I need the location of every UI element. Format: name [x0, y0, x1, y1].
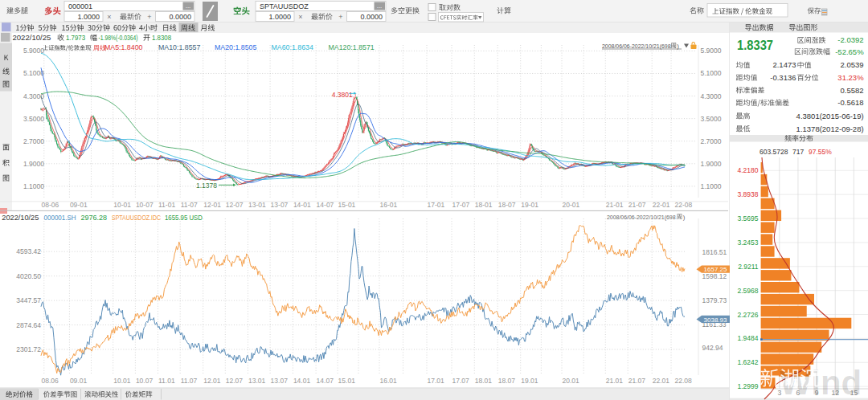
svg-text:09.01: 09.01 [70, 377, 88, 385]
svg-text:+: + [147, 13, 151, 21]
svg-text:20-01: 20-01 [563, 201, 580, 209]
svg-text:SPTAUUSDOZ: SPTAUUSDOZ [260, 2, 309, 10]
svg-text:17.01: 17.01 [428, 377, 445, 385]
svg-text:17.07: 17.07 [452, 377, 470, 385]
svg-text:13.07: 13.07 [271, 377, 289, 385]
svg-text:-0.5618: -0.5618 [837, 98, 863, 107]
svg-text:000001.SH: 000001.SH [44, 214, 76, 222]
svg-text:MA120:1.8571: MA120:1.8571 [329, 43, 375, 51]
svg-text:13-07: 13-07 [271, 201, 289, 209]
svg-text:SPTAUUSDOZ.IDC: SPTAUUSDOZ.IDC [112, 214, 161, 222]
svg-text:-1.98%(-0.0364): -1.98%(-0.0364) [99, 34, 138, 42]
svg-text:21.01: 21.01 [606, 377, 624, 385]
svg-text:11-01: 11-01 [158, 201, 175, 209]
svg-text:1657.25: 1657.25 [704, 266, 727, 273]
svg-text:942.94: 942.94 [702, 344, 723, 352]
svg-text:09-01: 09-01 [70, 201, 88, 209]
svg-text:1.8308: 1.8308 [152, 34, 171, 42]
svg-text:22-08: 22-08 [675, 201, 693, 209]
svg-text:2.1473: 2.1473 [772, 60, 796, 69]
svg-text:12-01: 12-01 [203, 201, 221, 209]
svg-text:1.9484: 1.9484 [738, 334, 759, 342]
svg-text:2008/06/06-2022/10/21(698: 2008/06/06-2022/10/21(698 [607, 214, 676, 221]
svg-text:1.7973: 1.7973 [66, 34, 85, 42]
svg-text:2.2726: 2.2726 [738, 311, 759, 319]
svg-text:×: × [107, 13, 111, 21]
svg-text:5.1000: 5.1000 [23, 69, 44, 77]
svg-text:2.5968: 2.5968 [738, 287, 759, 295]
svg-text:15.01: 15.01 [338, 377, 356, 385]
svg-text:10-01: 10-01 [113, 201, 131, 209]
svg-text:4593.42: 4593.42 [16, 247, 41, 255]
svg-text:18-01: 18-01 [475, 201, 493, 209]
svg-text:22.08: 22.08 [675, 377, 693, 385]
svg-text:2.7000: 2.7000 [701, 137, 722, 145]
svg-text:3038.93: 3038.93 [704, 316, 727, 324]
svg-text:4.2180: 4.2180 [738, 166, 759, 174]
svg-text:2008/06/06-2022/10/21(698: 2008/06/06-2022/10/21(698 [602, 43, 671, 50]
svg-text:1.6242: 1.6242 [738, 358, 759, 366]
svg-text:+: + [338, 13, 342, 21]
svg-text:Wind: Wind [780, 364, 862, 400]
svg-text:0.0000: 0.0000 [169, 13, 191, 21]
svg-text:1.9000: 1.9000 [23, 160, 44, 168]
svg-text:16.01: 16.01 [380, 377, 398, 385]
svg-text:11.07: 11.07 [181, 377, 198, 385]
svg-text:11-07: 11-07 [181, 201, 198, 209]
svg-text:10.07: 10.07 [136, 377, 154, 385]
svg-text:3.8938: 3.8938 [738, 190, 759, 198]
svg-text:3447.57: 3447.57 [16, 296, 41, 304]
svg-text:4.3801: 4.3801 [332, 91, 353, 99]
svg-text:717: 717 [792, 148, 804, 156]
svg-text:3.5000: 3.5000 [23, 115, 44, 123]
svg-text:14.01: 14.01 [293, 377, 311, 385]
svg-text:10.01: 10.01 [113, 377, 131, 385]
svg-text:12.01: 12.01 [203, 377, 221, 385]
svg-text:...: ... [377, 2, 383, 10]
svg-text:1655.95 USD: 1655.95 USD [165, 214, 203, 222]
svg-text:): ) [683, 214, 686, 221]
svg-text:1.1000: 1.1000 [23, 182, 44, 190]
svg-text:2874.64: 2874.64 [16, 321, 41, 329]
svg-text:14-01: 14-01 [293, 201, 311, 209]
svg-text:19-01: 19-01 [521, 201, 538, 209]
svg-text:31.23%: 31.23% [837, 73, 864, 82]
svg-text:4.3801(2015-06-19): 4.3801(2015-06-19) [796, 112, 864, 120]
svg-text:2.7000: 2.7000 [23, 137, 44, 145]
svg-text:1.2999: 1.2999 [738, 382, 759, 390]
svg-text:20.01: 20.01 [563, 377, 580, 385]
svg-text:12.07: 12.07 [226, 377, 244, 385]
svg-text:2.0539: 2.0539 [841, 60, 864, 69]
svg-text:13.01: 13.01 [248, 377, 266, 385]
svg-text:08.06: 08.06 [42, 377, 59, 385]
svg-text:-52.65%: -52.65% [835, 47, 864, 56]
svg-text:22.01: 22.01 [653, 377, 670, 385]
svg-text:18-07: 18-07 [498, 201, 516, 209]
svg-text:3.5695: 3.5695 [738, 214, 759, 222]
svg-text:MA5:1.8400: MA5:1.8400 [104, 43, 143, 51]
svg-text:5.9000: 5.9000 [701, 47, 722, 55]
svg-text:11.01: 11.01 [158, 377, 175, 385]
svg-text:3.2453: 3.2453 [738, 239, 759, 247]
svg-text:5.9000: 5.9000 [23, 47, 44, 55]
svg-text:1.9000: 1.9000 [701, 160, 722, 168]
svg-text:21.07: 21.07 [628, 377, 646, 385]
svg-text:2976.28: 2976.28 [81, 214, 108, 222]
svg-text:): ) [677, 43, 679, 50]
svg-text:-2.0392: -2.0392 [837, 35, 863, 44]
svg-text:MA10:1.8557: MA10:1.8557 [158, 43, 200, 51]
svg-text:2022/10/25: 2022/10/25 [12, 34, 51, 42]
svg-text:1816.51: 1816.51 [702, 248, 727, 256]
svg-text:2301.72: 2301.72 [16, 345, 41, 353]
svg-text:22-01: 22-01 [653, 201, 670, 209]
svg-text:17-07: 17-07 [452, 201, 470, 209]
svg-text:16-01: 16-01 [380, 201, 398, 209]
svg-text:4.3000: 4.3000 [701, 92, 722, 100]
svg-text:3.5000: 3.5000 [701, 115, 722, 123]
svg-text:2022/10/25: 2022/10/25 [2, 214, 39, 222]
svg-text:4.3000: 4.3000 [23, 92, 44, 100]
svg-text:5.1000: 5.1000 [701, 69, 722, 77]
svg-text:21-07: 21-07 [628, 201, 646, 209]
svg-text:1.1378: 1.1378 [196, 182, 217, 190]
svg-text:2.9211: 2.9211 [738, 263, 759, 271]
